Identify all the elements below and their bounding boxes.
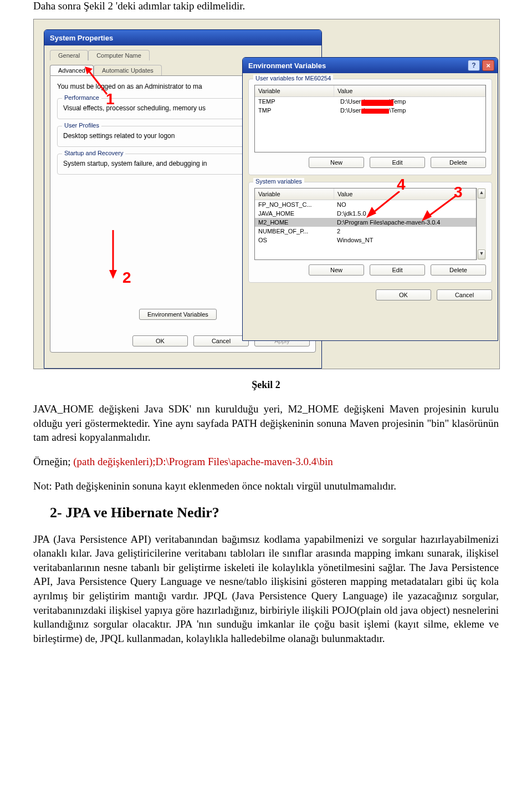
sys-edit-button[interactable]: Edit — [370, 264, 425, 276]
arrow-2 — [105, 230, 121, 280]
tab-computer-name[interactable]: Computer Name — [88, 50, 150, 60]
scroll-up-icon[interactable]: ▲ — [478, 188, 485, 198]
sys-vars-scrollbar[interactable]: ▲ ▼ — [477, 188, 486, 260]
sysprops-ok-button[interactable]: OK — [132, 335, 188, 347]
sys-col-variable: Variable — [255, 188, 334, 200]
svg-marker-5 — [366, 207, 376, 218]
user-col-variable: Variable — [255, 85, 334, 96]
paragraph-jpa: JPA (Java Persistence API) veritabanında… — [33, 532, 499, 646]
user-vars-list[interactable]: Variable Value TEMP D:\Users\ \Temp TMP … — [254, 85, 486, 152]
sys-delete-button[interactable]: Delete — [431, 264, 486, 276]
user-vars-group: User variables for ME60254 Variable Valu… — [248, 79, 492, 175]
user-delete-button[interactable]: Delete — [431, 157, 486, 168]
list-item[interactable]: NUMBER_OF_P...2 — [255, 227, 476, 236]
user-new-button[interactable]: New — [309, 157, 364, 168]
envvars-ok-button[interactable]: OK — [376, 289, 431, 300]
svg-line-4 — [371, 191, 400, 215]
user-col-value: Value — [334, 85, 485, 96]
envvars-titlebar: Environment Variables ? ✕ — [243, 58, 498, 73]
user-edit-button[interactable]: Edit — [370, 157, 425, 168]
arrow-3 — [422, 196, 461, 223]
svg-marker-7 — [422, 210, 432, 221]
marker-2: 2 — [122, 269, 131, 287]
list-item[interactable]: OSWindows_NT — [255, 236, 476, 244]
envvars-cancel-button[interactable]: Cancel — [437, 289, 492, 300]
svg-line-0 — [88, 69, 107, 94]
svg-line-6 — [426, 196, 456, 218]
section-heading: 2- JPA ve Hibernate Nedir? — [50, 505, 499, 521]
environment-variables-button[interactable]: Environment Variables — [139, 309, 217, 320]
user-profiles-legend: User Profiles — [62, 122, 101, 129]
figure-caption: Şekil 2 — [33, 379, 499, 391]
arrow-4 — [366, 191, 405, 219]
close-icon[interactable]: ✕ — [482, 60, 494, 71]
intro-text: Daha sonra Şekil 2 'deki adımlar takip e… — [33, 0, 499, 12]
envvars-title: Environment Variables — [248, 62, 326, 70]
sys-new-button[interactable]: New — [309, 264, 364, 276]
scroll-down-icon[interactable]: ▼ — [478, 249, 485, 259]
user-vars-legend: User variables for ME60254 — [253, 75, 333, 81]
sysprops-title: System Properties — [50, 34, 113, 42]
help-icon[interactable]: ? — [468, 60, 480, 71]
path-example: Örneğin; (path değişkenleri);D:\Program … — [33, 456, 499, 468]
svg-marker-3 — [109, 270, 117, 279]
sysprops-cancel-button[interactable]: Cancel — [193, 335, 249, 347]
tab-general[interactable]: General — [50, 50, 88, 60]
paragraph-java-home: JAVA_HOME değişkeni Java SDK' nın kuruld… — [33, 402, 499, 445]
sys-vars-legend: System variables — [253, 178, 304, 185]
marker-1: 1 — [106, 90, 115, 108]
sysprops-titlebar: System Properties — [44, 30, 321, 45]
paragraph-note: Not: Path değişkeninin sonuna kayıt ekle… — [33, 479, 499, 493]
screenshot-composite: System Properties General Computer Name … — [33, 19, 500, 369]
startup-legend: Startup and Recovery — [62, 150, 125, 156]
